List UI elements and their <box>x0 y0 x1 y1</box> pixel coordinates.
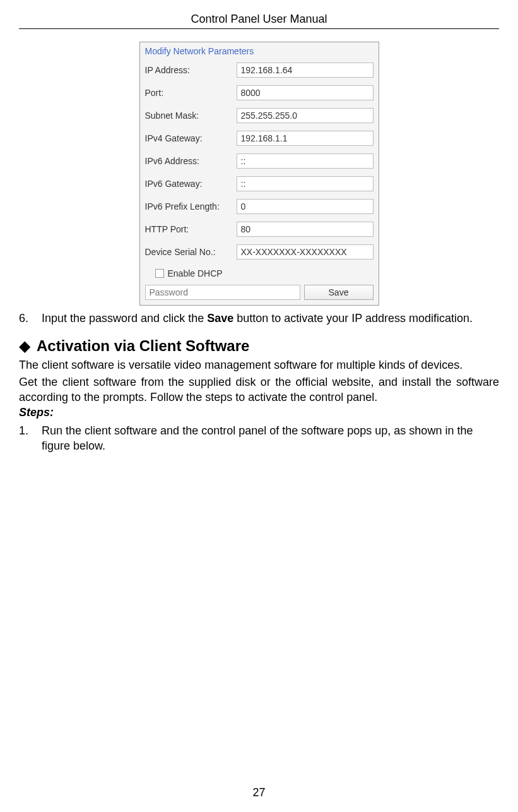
http-port-input[interactable] <box>237 222 374 237</box>
step-number: 6. <box>19 311 42 326</box>
field-subnet-mask: Subnet Mask: <box>140 105 379 128</box>
panel-title: Modify Network Parameters <box>140 42 379 60</box>
dhcp-label: Enable DHCP <box>168 268 223 278</box>
step-text-before: Input the password and click the <box>42 312 207 325</box>
step-1: 1. Run the client software and the contr… <box>19 423 499 454</box>
section-title: Activation via Client Software <box>37 337 249 355</box>
field-http-port: HTTP Port: <box>140 219 379 242</box>
step-text: Input the password and click the Save bu… <box>42 311 499 326</box>
page-header: Control Panel User Manual <box>19 13 499 29</box>
field-label: IPv6 Address: <box>145 156 237 166</box>
subnet-mask-input[interactable] <box>237 108 374 123</box>
save-button[interactable]: Save <box>304 285 374 300</box>
field-label: IPv6 Prefix Length: <box>145 201 237 212</box>
header-title: Control Panel User Manual <box>191 13 327 25</box>
page-number: 27 <box>0 786 518 799</box>
step-number: 1. <box>19 423 42 454</box>
field-ipv4-gateway: IPv4 Gateway: <box>140 128 379 151</box>
field-label: Device Serial No.: <box>145 247 237 257</box>
section-para-1: The client software is versatile video m… <box>19 357 499 373</box>
field-ip-address: IP Address: <box>140 60 379 83</box>
field-serial-no: Device Serial No.: <box>140 242 379 265</box>
bottom-row: Save <box>140 282 379 305</box>
port-input[interactable] <box>237 85 374 100</box>
dhcp-checkbox[interactable] <box>155 269 164 278</box>
network-parameters-panel: Modify Network Parameters IP Address: Po… <box>139 42 379 306</box>
field-ipv6-address: IPv6 Address: <box>140 151 379 174</box>
field-label: HTTP Port: <box>145 224 237 234</box>
field-label: IP Address: <box>145 65 237 75</box>
ipv6-prefix-input[interactable] <box>237 199 374 214</box>
ipv6-address-input[interactable] <box>237 153 374 169</box>
password-input[interactable] <box>145 285 300 300</box>
field-label: IPv6 Gateway: <box>145 179 237 189</box>
field-port: Port: <box>140 83 379 105</box>
step-text-after: button to activate your IP address modif… <box>233 312 473 325</box>
step-text: Run the client software and the control … <box>42 423 499 454</box>
section-header: ◆ Activation via Client Software <box>19 337 499 355</box>
ipv4-gateway-input[interactable] <box>237 131 374 146</box>
dhcp-row: Enable DHCP <box>140 265 379 282</box>
field-label: Subnet Mask: <box>145 110 237 121</box>
serial-no-input[interactable] <box>237 244 374 260</box>
ip-address-input[interactable] <box>237 63 374 78</box>
field-label: IPv4 Gateway: <box>145 133 237 143</box>
section-para-2: Get the client software from the supplie… <box>19 374 499 405</box>
field-ipv6-gateway: IPv6 Gateway: <box>140 174 379 196</box>
diamond-icon: ◆ <box>19 338 30 354</box>
steps-label: Steps: <box>19 406 499 419</box>
step-text-bold: Save <box>207 312 233 325</box>
field-ipv6-prefix: IPv6 Prefix Length: <box>140 196 379 219</box>
field-label: Port: <box>145 88 237 98</box>
ipv6-gateway-input[interactable] <box>237 176 374 191</box>
step-6: 6. Input the password and click the Save… <box>19 311 499 326</box>
